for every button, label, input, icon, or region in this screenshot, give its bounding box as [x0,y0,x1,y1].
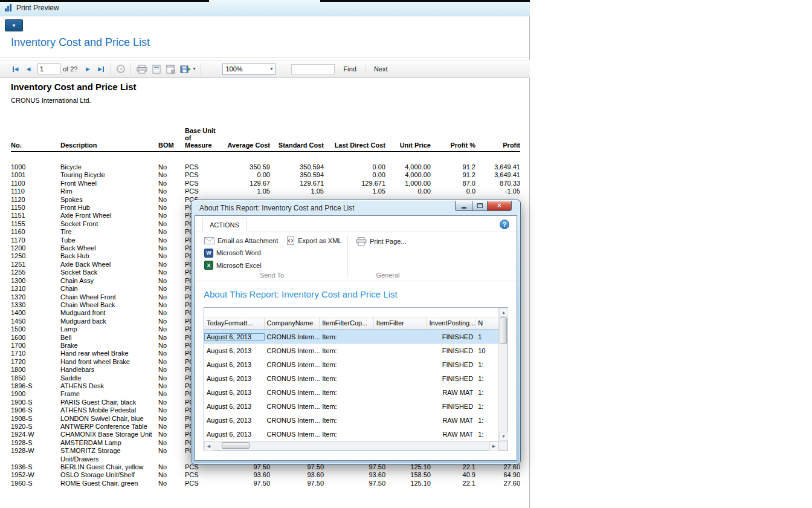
toolbar-separator [111,63,111,75]
toolbar-separator [130,63,131,75]
cell-companyname: CRONUS Intern... [265,333,320,340]
horizontal-scroll-thumb[interactable] [222,442,250,449]
close-button[interactable]: × [488,201,512,211]
cancel-rendering-button[interactable]: × [115,62,127,76]
grid-column-partial[interactable]: N [475,318,498,329]
printer-icon [137,65,147,74]
grid-column-itemfiltercop[interactable]: ItemFilterCop... [320,318,374,329]
last-page-button[interactable]: ▶ [95,62,107,76]
cell-inventposting: FINISHED [427,375,475,382]
cell-bom: No [156,350,178,357]
cell-bom: No [156,431,178,438]
export-button[interactable]: ▾ [178,62,197,76]
dataset-grid-row[interactable]: August 6, 2013 CRONUS Intern... Item: FI… [204,399,498,413]
cell-profit: -1.05 [475,187,520,195]
dataset-grid-row[interactable]: August 6, 2013 CRONUS Intern... Item: RA… [204,427,498,441]
next-page-button[interactable]: ▶ [82,62,94,76]
email-icon [204,237,214,244]
cell-average-cost: 1.05 [220,187,270,195]
cell-todayformatted: August 6, 2013 [204,417,265,424]
horizontal-scroll-track[interactable] [213,441,489,450]
cell-itemfiltercop: Item: [320,403,374,410]
cell-description: Brake [60,342,156,350]
cell-bom: No [156,325,178,333]
excel-icon: X [204,261,213,270]
cell-description: Socket Back [60,269,156,276]
chevron-down-icon: ▾ [270,67,272,71]
grid-filter-strip [204,308,498,318]
cell-no: 1450 [11,318,60,325]
grid-column-inventposting[interactable]: InventPosting... [427,318,475,329]
help-icon[interactable]: ? [500,220,509,229]
cell-profit: 3,649.41 [475,163,520,171]
page-number-input[interactable] [37,63,60,74]
cell-inventposting: RAW MAT [427,431,475,438]
print-layout-button[interactable] [150,62,163,76]
dataset-grid-row[interactable]: August 6, 2013 CRONUS Intern... Item: RA… [204,385,498,399]
cell-profit: 3,649.41 [475,171,520,179]
vertical-scroll-thumb[interactable] [500,318,507,344]
grid-column-companyname[interactable]: CompanyName [265,318,320,329]
scroll-left-icon[interactable]: ◀ [204,441,213,451]
zoom-select[interactable]: 100% ▾ [222,63,276,75]
cell-itemfiltercop: Item: [320,361,374,368]
tab-actions[interactable]: ACTIONS [202,218,246,232]
find-next-button[interactable]: Next [374,65,388,73]
dataset-grid-row[interactable]: August 6, 2013 CRONUS Intern... Item: FI… [204,344,498,357]
cell-description: LONDON Swivel Chair, blue [60,415,156,423]
minimize-icon [462,207,466,209]
vertical-scrollbar[interactable]: ▲ ▼ [498,308,507,441]
dialog-caption-buttons: × [455,201,512,211]
cell-profit-pct: 0.0 [431,187,475,195]
minimize-button[interactable] [455,201,472,211]
first-page-button[interactable]: ◀ [9,62,21,76]
cell-itemfiltercop: Item: [320,375,374,382]
export-as-xml-button[interactable]: Export as XML [282,235,346,247]
print-page-button[interactable]: Print Page... [352,235,411,248]
cell-bom: No [156,252,178,260]
cell-base-unit-of-measure: PCS [178,171,220,179]
dataset-grid-row[interactable]: August 6, 2013 CRONUS Intern... Item: RA… [204,413,498,427]
print-button[interactable] [135,62,149,76]
find-button[interactable]: Find [343,65,356,73]
cell-description: Front Hub [60,204,156,212]
dataset-grid-row[interactable]: August 6, 2013 CRONUS Intern... Item: FI… [204,357,498,371]
dataset-grid-row[interactable]: August 6, 2013 CRONUS Intern... Item: FI… [204,371,498,385]
maximize-button[interactable] [472,201,488,211]
report-table-row: 1100 Front Wheel No PCS 129.67 129.671 1… [11,180,520,187]
application-menu-button[interactable]: ▾ [5,19,23,31]
previous-page-button[interactable]: ◀ [22,62,34,76]
cell-unit-price: 125.10 [385,480,431,487]
cell-profit: 27.60 [475,463,520,471]
cell-unit-price: 0.00 [385,187,431,195]
cell-description: Hand rear wheel Brake [60,350,156,357]
cell-bom: No [156,334,178,342]
cell-description: ST.MORITZ Storage Unit/Drawers [60,447,156,463]
cell-bom: No [156,228,178,236]
cell-description: Back Hub [60,252,156,260]
cell-todayformatted: August 6, 2013 [204,347,265,354]
first-page-icon [13,67,14,72]
scroll-up-icon[interactable]: ▲ [499,308,508,317]
microsoft-excel-button[interactable]: X Microsoft Excel [200,259,266,272]
vertical-scroll-track[interactable] [499,345,507,432]
cell-no: 1300 [11,277,60,285]
grid-column-itemfilter[interactable]: ItemFilter [374,318,427,329]
find-input[interactable] [291,64,335,74]
cell-todayformatted: August 6, 2013 [204,403,265,410]
cell-bom: No [156,447,178,463]
microsoft-word-button[interactable]: W Microsoft Word [200,247,265,259]
dataset-grid-row[interactable]: August 6, 2013 CRONUS Intern... Item: FI… [204,330,498,344]
cell-profit: 64.90 [475,471,520,479]
cell-description: Mudguard front [60,309,156,317]
scroll-right-icon[interactable]: ▶ [489,441,498,451]
horizontal-scrollbar[interactable]: ◀ ▶ [204,441,507,450]
page-setup-button[interactable] [164,62,177,76]
close-icon: × [497,202,501,209]
grid-column-todayformatted[interactable]: TodayFormatt... [204,318,265,329]
email-as-attachment-button[interactable]: Email as Attachment [200,235,282,247]
scroll-down-icon[interactable]: ▼ [499,432,508,441]
window-titlebar[interactable]: Print Preview [0,0,530,16]
cell-bom: No [156,358,178,366]
cell-description: ATHENS Desk [60,382,156,390]
